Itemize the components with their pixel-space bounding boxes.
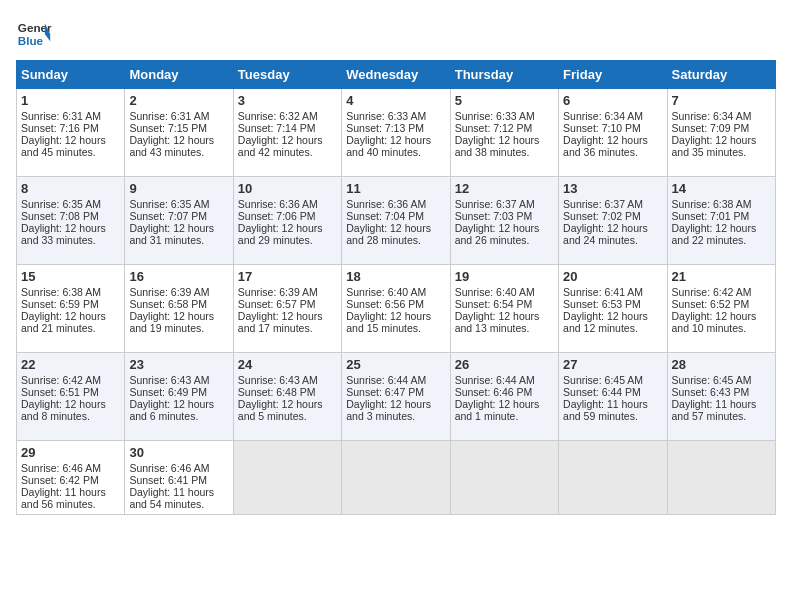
calendar-cell bbox=[667, 441, 775, 515]
sunset-text: Sunset: 6:41 PM bbox=[129, 474, 207, 486]
sunrise-text: Sunrise: 6:41 AM bbox=[563, 286, 643, 298]
sunrise-text: Sunrise: 6:34 AM bbox=[672, 110, 752, 122]
sunrise-text: Sunrise: 6:33 AM bbox=[346, 110, 426, 122]
daylight-text: Daylight: 12 hours and 21 minutes. bbox=[21, 310, 106, 334]
sunset-text: Sunset: 6:52 PM bbox=[672, 298, 750, 310]
sunset-text: Sunset: 7:09 PM bbox=[672, 122, 750, 134]
daylight-text: Daylight: 12 hours and 28 minutes. bbox=[346, 222, 431, 246]
calendar-week-row: 8Sunrise: 6:35 AMSunset: 7:08 PMDaylight… bbox=[17, 177, 776, 265]
daylight-text: Daylight: 12 hours and 24 minutes. bbox=[563, 222, 648, 246]
day-number: 8 bbox=[21, 181, 120, 196]
day-number: 19 bbox=[455, 269, 554, 284]
sunrise-text: Sunrise: 6:35 AM bbox=[21, 198, 101, 210]
daylight-text: Daylight: 12 hours and 42 minutes. bbox=[238, 134, 323, 158]
calendar-cell bbox=[450, 441, 558, 515]
day-number: 30 bbox=[129, 445, 228, 460]
day-number: 23 bbox=[129, 357, 228, 372]
daylight-text: Daylight: 12 hours and 3 minutes. bbox=[346, 398, 431, 422]
day-number: 7 bbox=[672, 93, 771, 108]
calendar-cell: 1Sunrise: 6:31 AMSunset: 7:16 PMDaylight… bbox=[17, 89, 125, 177]
column-header-sunday: Sunday bbox=[17, 61, 125, 89]
day-number: 25 bbox=[346, 357, 445, 372]
daylight-text: Daylight: 12 hours and 38 minutes. bbox=[455, 134, 540, 158]
daylight-text: Daylight: 12 hours and 26 minutes. bbox=[455, 222, 540, 246]
sunset-text: Sunset: 7:03 PM bbox=[455, 210, 533, 222]
calendar-cell: 8Sunrise: 6:35 AMSunset: 7:08 PMDaylight… bbox=[17, 177, 125, 265]
calendar-cell: 27Sunrise: 6:45 AMSunset: 6:44 PMDayligh… bbox=[559, 353, 667, 441]
sunrise-text: Sunrise: 6:36 AM bbox=[238, 198, 318, 210]
calendar-cell: 21Sunrise: 6:42 AMSunset: 6:52 PMDayligh… bbox=[667, 265, 775, 353]
calendar-week-row: 22Sunrise: 6:42 AMSunset: 6:51 PMDayligh… bbox=[17, 353, 776, 441]
day-number: 29 bbox=[21, 445, 120, 460]
calendar-cell: 22Sunrise: 6:42 AMSunset: 6:51 PMDayligh… bbox=[17, 353, 125, 441]
sunrise-text: Sunrise: 6:46 AM bbox=[129, 462, 209, 474]
sunrise-text: Sunrise: 6:40 AM bbox=[455, 286, 535, 298]
sunrise-text: Sunrise: 6:31 AM bbox=[21, 110, 101, 122]
column-header-friday: Friday bbox=[559, 61, 667, 89]
calendar-cell: 2Sunrise: 6:31 AMSunset: 7:15 PMDaylight… bbox=[125, 89, 233, 177]
daylight-text: Daylight: 12 hours and 1 minute. bbox=[455, 398, 540, 422]
sunset-text: Sunset: 6:57 PM bbox=[238, 298, 316, 310]
day-number: 10 bbox=[238, 181, 337, 196]
sunset-text: Sunset: 6:47 PM bbox=[346, 386, 424, 398]
calendar-cell: 20Sunrise: 6:41 AMSunset: 6:53 PMDayligh… bbox=[559, 265, 667, 353]
sunrise-text: Sunrise: 6:35 AM bbox=[129, 198, 209, 210]
daylight-text: Daylight: 12 hours and 10 minutes. bbox=[672, 310, 757, 334]
sunrise-text: Sunrise: 6:43 AM bbox=[129, 374, 209, 386]
sunset-text: Sunset: 6:43 PM bbox=[672, 386, 750, 398]
daylight-text: Daylight: 12 hours and 36 minutes. bbox=[563, 134, 648, 158]
sunset-text: Sunset: 6:44 PM bbox=[563, 386, 641, 398]
sunrise-text: Sunrise: 6:40 AM bbox=[346, 286, 426, 298]
day-number: 20 bbox=[563, 269, 662, 284]
sunset-text: Sunset: 6:46 PM bbox=[455, 386, 533, 398]
daylight-text: Daylight: 12 hours and 35 minutes. bbox=[672, 134, 757, 158]
logo: General Blue bbox=[16, 16, 52, 52]
calendar-cell: 30Sunrise: 6:46 AMSunset: 6:41 PMDayligh… bbox=[125, 441, 233, 515]
calendar-cell: 24Sunrise: 6:43 AMSunset: 6:48 PMDayligh… bbox=[233, 353, 341, 441]
sunrise-text: Sunrise: 6:45 AM bbox=[563, 374, 643, 386]
day-number: 13 bbox=[563, 181, 662, 196]
calendar-week-row: 1Sunrise: 6:31 AMSunset: 7:16 PMDaylight… bbox=[17, 89, 776, 177]
calendar-cell: 3Sunrise: 6:32 AMSunset: 7:14 PMDaylight… bbox=[233, 89, 341, 177]
sunrise-text: Sunrise: 6:33 AM bbox=[455, 110, 535, 122]
daylight-text: Daylight: 12 hours and 29 minutes. bbox=[238, 222, 323, 246]
sunset-text: Sunset: 6:58 PM bbox=[129, 298, 207, 310]
day-number: 26 bbox=[455, 357, 554, 372]
sunrise-text: Sunrise: 6:38 AM bbox=[21, 286, 101, 298]
day-number: 5 bbox=[455, 93, 554, 108]
calendar-cell: 12Sunrise: 6:37 AMSunset: 7:03 PMDayligh… bbox=[450, 177, 558, 265]
sunrise-text: Sunrise: 6:44 AM bbox=[346, 374, 426, 386]
calendar-cell: 13Sunrise: 6:37 AMSunset: 7:02 PMDayligh… bbox=[559, 177, 667, 265]
calendar-cell: 4Sunrise: 6:33 AMSunset: 7:13 PMDaylight… bbox=[342, 89, 450, 177]
calendar-cell: 25Sunrise: 6:44 AMSunset: 6:47 PMDayligh… bbox=[342, 353, 450, 441]
day-number: 9 bbox=[129, 181, 228, 196]
daylight-text: Daylight: 12 hours and 31 minutes. bbox=[129, 222, 214, 246]
calendar-cell: 7Sunrise: 6:34 AMSunset: 7:09 PMDaylight… bbox=[667, 89, 775, 177]
calendar-cell bbox=[233, 441, 341, 515]
daylight-text: Daylight: 12 hours and 33 minutes. bbox=[21, 222, 106, 246]
sunrise-text: Sunrise: 6:39 AM bbox=[238, 286, 318, 298]
sunset-text: Sunset: 6:59 PM bbox=[21, 298, 99, 310]
calendar-header-row: SundayMondayTuesdayWednesdayThursdayFrid… bbox=[17, 61, 776, 89]
daylight-text: Daylight: 12 hours and 13 minutes. bbox=[455, 310, 540, 334]
calendar-cell: 26Sunrise: 6:44 AMSunset: 6:46 PMDayligh… bbox=[450, 353, 558, 441]
day-number: 18 bbox=[346, 269, 445, 284]
day-number: 24 bbox=[238, 357, 337, 372]
calendar-cell: 15Sunrise: 6:38 AMSunset: 6:59 PMDayligh… bbox=[17, 265, 125, 353]
logo-icon: General Blue bbox=[16, 16, 52, 52]
sunset-text: Sunset: 7:07 PM bbox=[129, 210, 207, 222]
daylight-text: Daylight: 12 hours and 15 minutes. bbox=[346, 310, 431, 334]
calendar-week-row: 29Sunrise: 6:46 AMSunset: 6:42 PMDayligh… bbox=[17, 441, 776, 515]
sunrise-text: Sunrise: 6:44 AM bbox=[455, 374, 535, 386]
sunset-text: Sunset: 7:14 PM bbox=[238, 122, 316, 134]
sunset-text: Sunset: 6:53 PM bbox=[563, 298, 641, 310]
day-number: 28 bbox=[672, 357, 771, 372]
sunrise-text: Sunrise: 6:45 AM bbox=[672, 374, 752, 386]
sunrise-text: Sunrise: 6:32 AM bbox=[238, 110, 318, 122]
sunset-text: Sunset: 7:01 PM bbox=[672, 210, 750, 222]
calendar-cell: 18Sunrise: 6:40 AMSunset: 6:56 PMDayligh… bbox=[342, 265, 450, 353]
day-number: 3 bbox=[238, 93, 337, 108]
day-number: 17 bbox=[238, 269, 337, 284]
sunset-text: Sunset: 6:51 PM bbox=[21, 386, 99, 398]
calendar-cell: 17Sunrise: 6:39 AMSunset: 6:57 PMDayligh… bbox=[233, 265, 341, 353]
